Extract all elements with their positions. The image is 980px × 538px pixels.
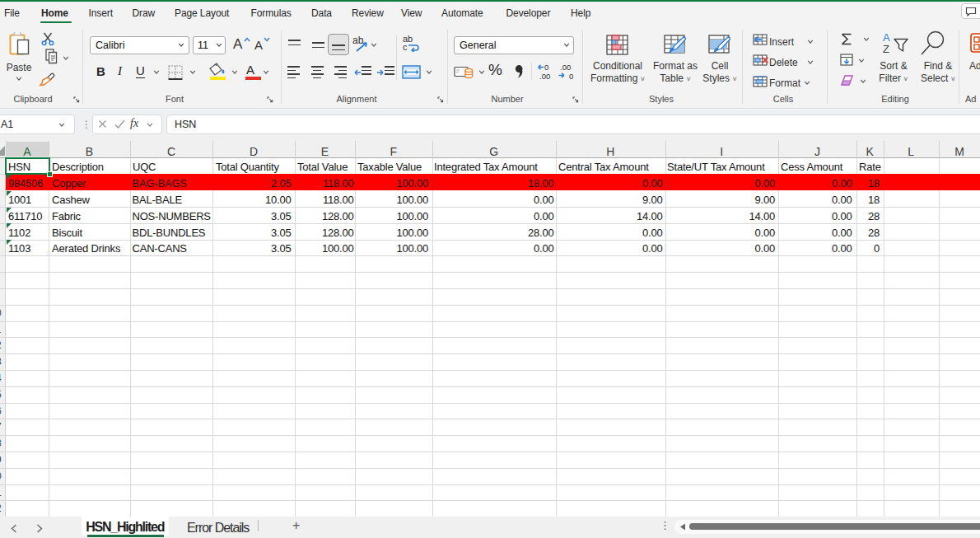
svg-text:0: 0 — [544, 63, 548, 72]
svg-text:.00: .00 — [560, 63, 571, 72]
svg-text:.00: .00 — [539, 72, 550, 81]
